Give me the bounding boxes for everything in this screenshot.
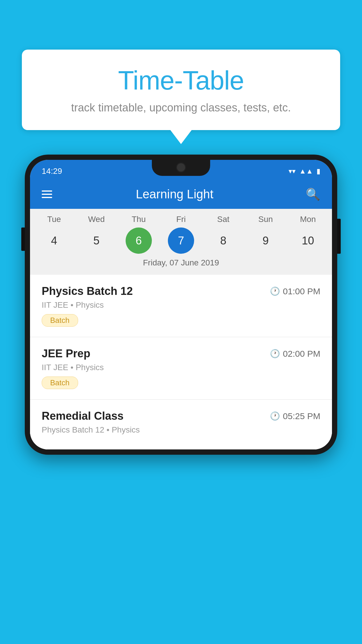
app-title: Learning Light [52, 187, 297, 201]
wifi-icon: ▾▾ [289, 167, 296, 175]
schedule-item-2-sub: IIT JEE • Physics [42, 363, 320, 372]
days-row: Tue Wed Thu Fri Sat Sun Mon [33, 215, 329, 224]
date-10[interactable]: 10 [295, 228, 321, 254]
schedule-item-2-header: JEE Prep 🕐 02:00 PM [42, 347, 320, 360]
day-thu: Thu [126, 215, 152, 224]
date-8[interactable]: 8 [210, 228, 236, 254]
date-4[interactable]: 4 [41, 228, 67, 254]
schedule-item-3-time: 🕐 05:25 PM [270, 411, 320, 421]
search-icon[interactable]: 🔍 [306, 188, 320, 201]
schedule-item-1-badge: Batch [42, 314, 78, 327]
schedule-container: Physics Batch 12 🕐 01:00 PM IIT JEE • Ph… [30, 275, 332, 449]
date-5[interactable]: 5 [83, 228, 110, 254]
clock-icon-3: 🕐 [270, 411, 280, 421]
status-time: 14:29 [42, 167, 62, 176]
status-icons: ▾▾ ▲▲ ▮ [289, 167, 320, 175]
schedule-item-2[interactable]: JEE Prep 🕐 02:00 PM IIT JEE • Physics Ba… [30, 337, 332, 400]
bubble-title: Time-Table [39, 66, 323, 96]
day-mon: Mon [295, 215, 321, 224]
day-tue: Tue [41, 215, 67, 224]
clock-icon-2: 🕐 [270, 349, 280, 358]
day-wed: Wed [83, 215, 110, 224]
app-bar: Learning Light 🔍 [30, 180, 332, 209]
clock-icon-1: 🕐 [270, 286, 280, 296]
dates-row: 4 5 6 7 8 9 10 [33, 228, 329, 254]
speech-bubble: Time-Table track timetable, upcoming cla… [22, 50, 340, 130]
status-bar: 14:29 ▾▾ ▲▲ ▮ [30, 160, 332, 180]
signal-icon: ▲▲ [299, 167, 313, 175]
schedule-item-3[interactable]: Remedial Class 🕐 05:25 PM Physics Batch … [30, 400, 332, 449]
schedule-item-1-time-text: 01:00 PM [283, 286, 320, 296]
schedule-item-2-title: JEE Prep [42, 347, 90, 360]
date-6-today[interactable]: 6 [126, 228, 152, 254]
speech-bubble-container: Time-Table track timetable, upcoming cla… [22, 50, 340, 130]
day-fri: Fri [168, 215, 194, 224]
phone-outer: 14:29 ▾▾ ▲▲ ▮ Learning Light 🔍 [25, 155, 337, 455]
schedule-item-1-header: Physics Batch 12 🕐 01:00 PM [42, 285, 320, 298]
side-button-right [337, 219, 341, 254]
battery-icon: ▮ [317, 167, 320, 175]
day-sun: Sun [252, 215, 279, 224]
schedule-item-2-badge: Batch [42, 377, 78, 389]
schedule-item-2-time: 🕐 02:00 PM [270, 349, 320, 359]
date-9[interactable]: 9 [252, 228, 279, 254]
side-button-left [21, 228, 25, 251]
hamburger-icon[interactable] [42, 190, 52, 198]
schedule-item-3-title: Remedial Class [42, 410, 124, 422]
calendar-strip: Tue Wed Thu Fri Sat Sun Mon 4 5 6 7 8 9 … [30, 209, 332, 275]
bubble-subtitle: track timetable, upcoming classes, tests… [39, 102, 323, 114]
day-sat: Sat [210, 215, 236, 224]
phone-screen: 14:29 ▾▾ ▲▲ ▮ Learning Light 🔍 [30, 160, 332, 449]
schedule-item-1[interactable]: Physics Batch 12 🕐 01:00 PM IIT JEE • Ph… [30, 275, 332, 337]
date-7-selected[interactable]: 7 [168, 228, 194, 254]
schedule-item-3-time-text: 05:25 PM [283, 411, 320, 421]
selected-date-label: Friday, 07 June 2019 [33, 258, 329, 272]
schedule-item-1-time: 🕐 01:00 PM [270, 286, 320, 296]
schedule-item-1-sub: IIT JEE • Physics [42, 300, 320, 310]
schedule-item-3-header: Remedial Class 🕐 05:25 PM [42, 410, 320, 422]
schedule-item-1-title: Physics Batch 12 [42, 285, 133, 298]
schedule-item-3-sub: Physics Batch 12 • Physics [42, 425, 320, 435]
schedule-item-2-time-text: 02:00 PM [283, 349, 320, 359]
phone-mockup: 14:29 ▾▾ ▲▲ ▮ Learning Light 🔍 [25, 155, 337, 644]
